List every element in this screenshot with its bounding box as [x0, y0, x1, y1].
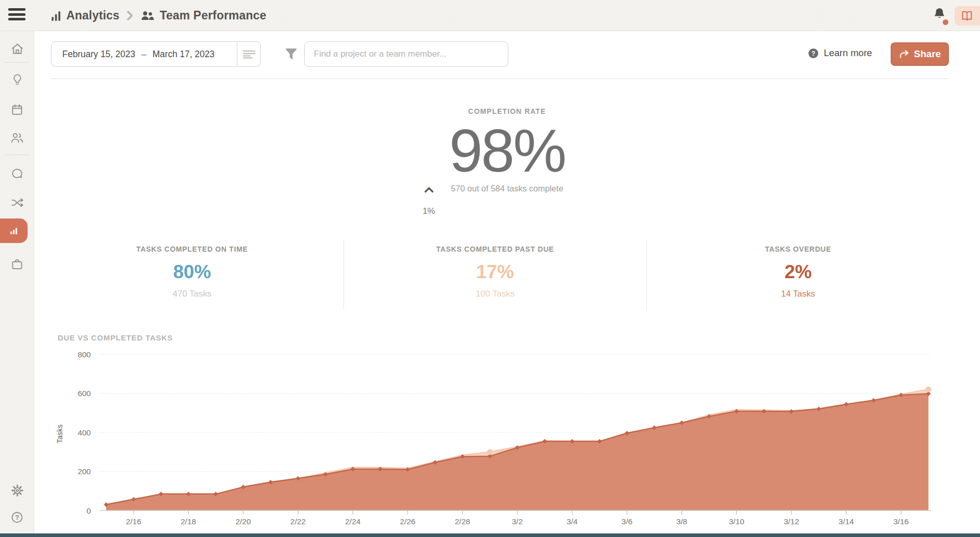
breadcrumb: Analytics Team Performance: [51, 0, 266, 31]
svg-text:2/28: 2/28: [455, 517, 470, 526]
sidebar-item-team[interactable]: [0, 128, 34, 148]
notifications-button[interactable]: [933, 7, 946, 24]
svg-text:2/22: 2/22: [290, 517, 306, 526]
toolbar-divider: [51, 78, 948, 79]
briefcase-icon: [11, 258, 23, 271]
share-icon: [899, 50, 910, 59]
svg-text:3/8: 3/8: [676, 517, 688, 526]
gear-icon: [11, 484, 24, 497]
sidebar-item-shuffle[interactable]: [0, 192, 34, 213]
lightbulb-icon: [11, 74, 23, 87]
learn-more-label: Learn more: [824, 47, 872, 59]
guide-button[interactable]: [954, 6, 980, 26]
chevron-right-icon: [127, 11, 133, 20]
header-actions: [933, 0, 980, 31]
svg-text:400: 400: [78, 428, 91, 437]
search-input[interactable]: [304, 41, 508, 67]
share-button[interactable]: Share: [891, 42, 949, 66]
chevron-up-icon: [424, 172, 434, 193]
stat-overdue: TASKS OVERDUE 2% 14 Tasks: [647, 240, 949, 310]
sidebar-item-analytics[interactable]: [0, 218, 28, 243]
stats-row: TASKS COMPLETED ON TIME 80% 470 Tasks TA…: [41, 240, 949, 310]
stat-completed-on-time: TASKS COMPLETED ON TIME 80% 470 Tasks: [41, 240, 344, 310]
svg-text:600: 600: [78, 389, 91, 398]
stat-completed-past-due: TASKS COMPLETED PAST DUE 17% 100 Tasks: [344, 240, 647, 310]
date-range-dash: –: [135, 49, 153, 60]
help-circle-icon: ?: [11, 511, 23, 524]
calendar-icon: [11, 103, 23, 116]
date-presets-button[interactable]: [237, 42, 260, 66]
top-header: Analytics Team Performance: [0, 0, 980, 31]
svg-text:3/12: 3/12: [783, 517, 799, 526]
sidebar-divider: [5, 155, 29, 155]
svg-text:2/24: 2/24: [345, 517, 361, 526]
svg-text:Tasks: Tasks: [56, 424, 64, 443]
shuffle-icon: [11, 197, 24, 208]
svg-text:3/16: 3/16: [893, 517, 909, 526]
svg-text:?: ?: [812, 50, 816, 57]
svg-text:2/26: 2/26: [400, 517, 415, 526]
sidebar-item-projects[interactable]: [0, 254, 34, 274]
sidebar-nav: ?: [0, 31, 34, 533]
open-book-icon: [960, 9, 974, 22]
sidebar-item-settings[interactable]: [0, 480, 34, 501]
date-range-end: March 17, 2023: [153, 49, 215, 60]
svg-text:3/14: 3/14: [839, 517, 854, 526]
svg-text:3/4: 3/4: [567, 517, 578, 526]
svg-text:0: 0: [86, 506, 91, 515]
svg-text:2/20: 2/20: [235, 517, 251, 526]
svg-text:3/2: 3/2: [512, 517, 523, 526]
breadcrumb-page: Team Performance: [160, 9, 266, 22]
filter-funnel-icon[interactable]: [285, 47, 298, 61]
svg-text:200: 200: [78, 467, 91, 476]
window-bottom-edge: [0, 533, 980, 537]
completion-rate-section: COMPLETION RATE 1% 98% 570 out of 584 ta…: [34, 107, 980, 193]
analytics-dashboard: Analytics Team Performance: [0, 0, 980, 537]
svg-text:?: ?: [15, 514, 19, 521]
date-range-picker[interactable]: February 15, 2023 – March 17, 2023: [51, 41, 261, 67]
users-icon: [10, 132, 24, 144]
share-label: Share: [914, 48, 941, 60]
completion-rate-value: 1% 98%: [449, 119, 565, 183]
home-icon: [11, 42, 24, 56]
question-circle-icon: ?: [808, 48, 819, 59]
learn-more-link[interactable]: ? Learn more: [808, 47, 872, 59]
breadcrumb-section[interactable]: Analytics: [66, 9, 119, 22]
chat-bubble-icon: [11, 167, 23, 180]
search-field: [304, 41, 508, 67]
hamburger-menu-icon[interactable]: [8, 8, 26, 22]
completion-rate-title: COMPLETION RATE: [34, 107, 980, 115]
sidebar-item-ideas[interactable]: [0, 70, 34, 90]
notification-badge: [943, 19, 948, 25]
svg-text:2/18: 2/18: [181, 517, 196, 526]
completion-subtitle: 570 out of 584 tasks complete: [34, 184, 980, 193]
team-icon: [140, 10, 155, 21]
svg-text:2/16: 2/16: [126, 517, 141, 526]
bar-chart-icon: [51, 10, 61, 21]
completion-delta-value: 1%: [423, 207, 435, 216]
svg-text:3/10: 3/10: [729, 517, 745, 526]
completion-delta: 1%: [423, 141, 435, 216]
date-range-start: February 15, 2023: [52, 49, 135, 60]
sidebar-item-calendar[interactable]: [0, 99, 34, 119]
tasks-chart-svg[interactable]: 02004006008002/162/182/202/222/242/262/2…: [51, 341, 949, 537]
analytics-icon: [8, 225, 20, 237]
sidebar-item-home[interactable]: [0, 39, 34, 59]
sidebar-item-help[interactable]: ?: [0, 507, 34, 527]
svg-text:800: 800: [78, 350, 91, 359]
sidebar-divider: [5, 62, 29, 63]
sidebar-item-messages[interactable]: [0, 163, 34, 184]
svg-text:3/6: 3/6: [622, 517, 633, 526]
